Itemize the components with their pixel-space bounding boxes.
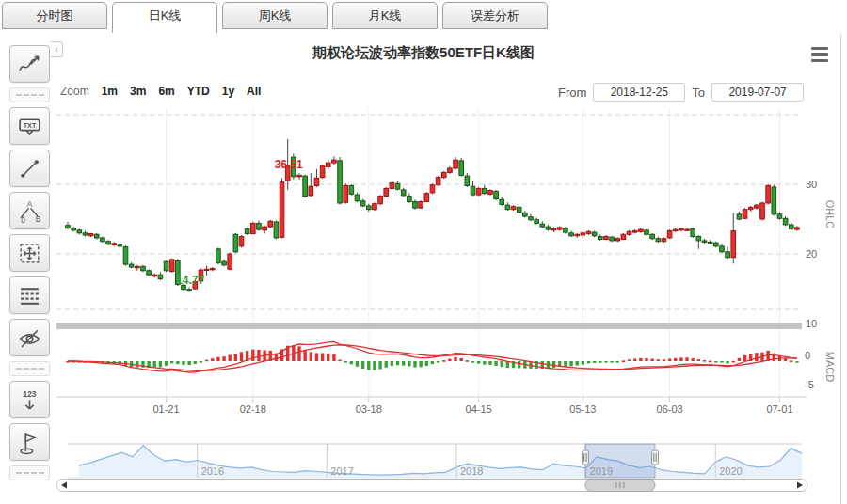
navigator-handle-left[interactable]	[582, 450, 588, 465]
extreme-value-label: 14.77	[176, 274, 204, 287]
indicators-icon	[17, 52, 42, 77]
move-selection-icon	[17, 241, 42, 266]
burger-bar	[811, 53, 828, 55]
zoom-button-all[interactable]: All	[247, 85, 261, 98]
from-date-input[interactable]	[593, 83, 685, 102]
x-axis-label: 02-18	[240, 403, 266, 415]
navigator-year-label: 2016	[201, 465, 224, 477]
tab-bar: 分时图日K线周K线月K线误差分析	[2, 2, 548, 33]
dashed-separator-icon	[16, 94, 44, 96]
counter-label-icon: 123	[17, 387, 42, 413]
x-axis-label: 05-13	[569, 403, 596, 415]
flag-marker-button[interactable]	[9, 423, 50, 461]
x-axis-label: 06-03	[657, 403, 683, 415]
context-menu-icon[interactable]	[811, 47, 828, 62]
macd-axis-title: MACD	[824, 352, 836, 382]
date-range-row: From To	[558, 83, 804, 102]
move-selection-button[interactable]	[9, 234, 50, 272]
burger-bar	[811, 47, 828, 50]
candlestick-series[interactable]	[66, 139, 799, 292]
separator-1	[9, 87, 50, 102]
x-axis-label: 03-18	[356, 403, 382, 415]
macd-series	[66, 341, 798, 372]
text-annotation-button[interactable]: TXT	[9, 107, 50, 145]
toolbar-collapse-button[interactable]: ‹	[51, 41, 63, 57]
scrollbar-track[interactable]	[56, 480, 807, 492]
fibonacci-lines-icon	[17, 283, 42, 308]
extreme-value-label: 36.51	[275, 158, 303, 171]
zoom-button-1y[interactable]: 1y	[222, 85, 234, 98]
zoom-button-3m[interactable]: 3m	[130, 85, 146, 98]
panel-right-border	[840, 34, 841, 504]
zoom-button-ytd[interactable]: YTD	[187, 85, 210, 98]
zoom-button-1m[interactable]: 1m	[102, 85, 118, 98]
dashed-separator-icon	[16, 368, 44, 370]
svg-text:0: 0	[21, 214, 25, 223]
x-axis-label: 07-01	[766, 403, 792, 415]
zoom-preset-row: Zoom 1m3m6mYTD1yAll	[60, 85, 261, 98]
navigator[interactable]	[68, 444, 802, 478]
tab-2[interactable]: 周K线	[222, 2, 328, 29]
tab-4[interactable]: 误差分析	[442, 2, 548, 29]
navigator-year-label: 2017	[330, 465, 353, 477]
scrollbar[interactable]	[56, 480, 807, 492]
tab-1[interactable]: 日K线	[112, 2, 217, 33]
zoom-button-6m[interactable]: 6m	[158, 85, 174, 98]
tab-0[interactable]: 分时图	[2, 2, 107, 29]
indicators-button[interactable]	[9, 45, 50, 83]
zoom-label: Zoom	[60, 85, 89, 98]
angle-measure-icon: A0B	[17, 198, 42, 224]
flag-marker-icon	[17, 430, 42, 455]
counter-label-button[interactable]: 123	[9, 381, 50, 418]
separator-3	[9, 465, 50, 480]
navigator-year-label: 2020	[719, 465, 742, 477]
to-date-input[interactable]	[711, 83, 804, 102]
hide-annotations-icon	[17, 325, 42, 351]
trend-line-icon	[17, 156, 42, 181]
navigator-year-label: 2019	[590, 465, 613, 477]
macd-axis-label: -5	[805, 379, 814, 390]
y-axis-label: 20	[806, 248, 817, 260]
svg-text:A: A	[27, 199, 33, 209]
trend-line-button[interactable]	[9, 150, 50, 187]
macd-axis-label: 0	[805, 350, 810, 361]
y-axis-label: 10	[806, 318, 817, 329]
separator-2	[9, 361, 50, 376]
hide-annotations-button[interactable]	[9, 319, 50, 356]
svg-text:TXT: TXT	[24, 121, 37, 130]
drawing-toolbar: TXTA0B123	[9, 45, 50, 480]
x-axis-label: 04-15	[466, 403, 492, 415]
angle-measure-button[interactable]: A0B	[9, 192, 50, 229]
chart-title: 期权论坛波动率指数50ETF日K线图	[19, 44, 828, 62]
ohlc-axis-title: OHLC	[824, 200, 836, 229]
app-window: { "tabs": { "active_index": 1, "items": …	[0, 0, 847, 504]
svg-text:123: 123	[24, 389, 37, 399]
to-label: To	[692, 86, 705, 100]
tab-3[interactable]: 月K线	[332, 2, 438, 29]
svg-text:B: B	[36, 213, 41, 223]
y-axis-label: 30	[806, 179, 817, 190]
dashed-separator-icon	[16, 472, 44, 474]
pane-resizer-handle[interactable]	[56, 323, 802, 329]
from-label: From	[558, 86, 586, 100]
kline-chart-canvas[interactable]: 36.5114.77302010OHLC0-5MACD01-2102-1803-…	[0, 0, 847, 504]
x-axis-label: 01-21	[152, 403, 179, 415]
navigator-year-label: 2018	[460, 465, 483, 477]
burger-bar	[811, 59, 828, 62]
fibonacci-lines-button[interactable]	[9, 276, 50, 314]
text-annotation-icon: TXT	[17, 114, 42, 139]
navigator-handle-right[interactable]	[652, 450, 659, 465]
